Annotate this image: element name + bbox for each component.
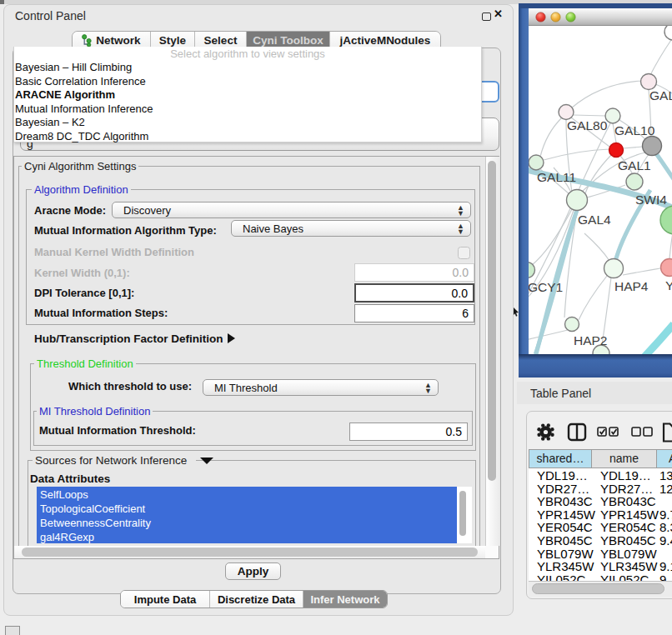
svg-text:GCY1: GCY1 [529,280,563,294]
svg-text:HAP2: HAP2 [574,333,608,348]
svg-text:GAL4: GAL4 [578,212,611,227]
svg-text:GAL11: GAL11 [537,170,576,184]
svg-text:HAP4: HAP4 [614,279,649,293]
svg-text:GAL80: GAL80 [567,118,608,132]
svg-text:SWI4: SWI4 [635,192,667,207]
svg-text:GAL: GAL [649,88,672,102]
svg-text:Y: Y [665,278,672,292]
svg-text:GAL10: GAL10 [614,123,655,138]
svg-text:GAL1: GAL1 [618,158,651,172]
